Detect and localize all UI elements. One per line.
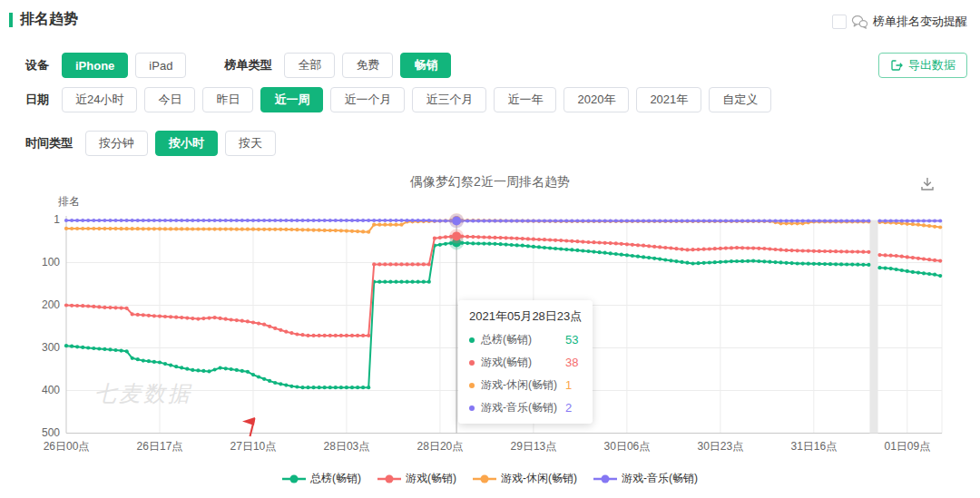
series-dot [609, 251, 612, 255]
series-dot [505, 243, 508, 247]
series-dot [433, 219, 436, 222]
series-dot [399, 280, 403, 284]
series-line [880, 255, 941, 261]
legend-marker [377, 474, 401, 483]
series-dot [911, 219, 915, 222]
series-dot [207, 317, 211, 320]
series-dot [328, 386, 332, 389]
series-dot [697, 219, 701, 222]
series-dot [510, 219, 514, 222]
series-dot [356, 229, 359, 233]
series-dot [779, 260, 782, 264]
series-dot [652, 245, 656, 249]
series-dot [438, 219, 442, 222]
series-dot [406, 280, 409, 284]
tooltip-series-name: 游戏-休闲(畅销) [481, 377, 565, 393]
series-dot [543, 246, 546, 249]
series-dot [213, 228, 217, 231]
series-dot [279, 382, 282, 386]
legend-item[interactable]: 游戏(畅销) [377, 471, 456, 486]
series-dot [807, 249, 810, 253]
series-dot [647, 256, 651, 259]
series-dot [300, 333, 304, 337]
series-dot [345, 229, 348, 233]
series-dot [438, 236, 442, 239]
series-dot [663, 246, 667, 249]
x-tick-label: 27日10点 [230, 439, 277, 454]
series-dot [933, 273, 936, 277]
series-dot [598, 250, 602, 254]
series-dot [334, 219, 338, 222]
series-dot [120, 219, 123, 222]
series-dot [581, 219, 584, 222]
series-dot [120, 227, 123, 230]
event-flag-icon[interactable] [241, 416, 260, 437]
series-dot [938, 274, 942, 278]
series-dot [570, 248, 573, 251]
series-dot [372, 223, 376, 227]
series-line [880, 222, 941, 228]
series-dot [877, 253, 881, 257]
series-dot [499, 236, 503, 239]
series-dot [246, 228, 250, 231]
series-dot [125, 227, 129, 230]
y-tick-label: 200 [5, 298, 60, 311]
series-dot [81, 227, 84, 230]
tooltip-series-value: 2 [565, 401, 572, 415]
series-dot [828, 249, 832, 253]
series-dot [108, 227, 112, 230]
series-dot [916, 271, 920, 275]
series-dot [444, 242, 447, 246]
series-dot [103, 227, 106, 230]
x-tick-label: 01日09点 [884, 439, 930, 454]
series-dot [515, 219, 519, 222]
series-dot [773, 260, 777, 264]
legend-item[interactable]: 游戏-音乐(畅销) [593, 471, 698, 486]
series-dot [136, 227, 140, 230]
series-dot [845, 249, 848, 253]
series-dot [235, 318, 239, 322]
series-dot [620, 253, 623, 257]
series-dot [334, 334, 338, 337]
series-dot [174, 365, 178, 368]
series-dot [230, 367, 233, 371]
series-dot [411, 262, 415, 266]
series-dot [131, 227, 134, 230]
series-dot [257, 375, 260, 378]
series-dot [543, 238, 546, 241]
series-dot [224, 317, 228, 321]
series-dot [713, 247, 717, 250]
series-dot [142, 313, 145, 317]
series-dot [476, 241, 480, 245]
series-dot [663, 258, 667, 261]
series-dot [295, 332, 299, 336]
legend-item[interactable]: 游戏-休闲(畅销) [473, 471, 577, 486]
series-dot [505, 219, 508, 222]
series-dot [279, 228, 282, 231]
series-dot [471, 241, 475, 245]
series-dot [823, 249, 827, 253]
series-dot [213, 219, 217, 222]
series-dot [685, 248, 689, 251]
series-dot [142, 219, 145, 222]
series-dot [900, 255, 904, 259]
legend-label: 游戏-休闲(畅销) [501, 471, 577, 486]
series-line [880, 268, 941, 276]
x-tick-label: 26日17点 [137, 439, 183, 454]
series-dot [867, 263, 870, 267]
series-dot [510, 243, 514, 247]
series-dot [466, 235, 469, 239]
series-dot [933, 219, 936, 222]
series-dot [575, 219, 579, 222]
series-dot [224, 219, 228, 222]
series-dot [751, 259, 755, 263]
tooltip-series-dot [469, 337, 475, 343]
series-dot [751, 247, 755, 250]
series-dot [933, 225, 936, 229]
series-dot [526, 237, 530, 240]
legend-item[interactable]: 总榜(畅销) [282, 471, 361, 486]
series-dot [603, 241, 607, 245]
series-dot [922, 271, 926, 275]
series-dot [895, 268, 898, 271]
chart-legend: 总榜(畅销)游戏(畅销)游戏-休闲(畅销)游戏-音乐(畅销) [0, 471, 980, 486]
